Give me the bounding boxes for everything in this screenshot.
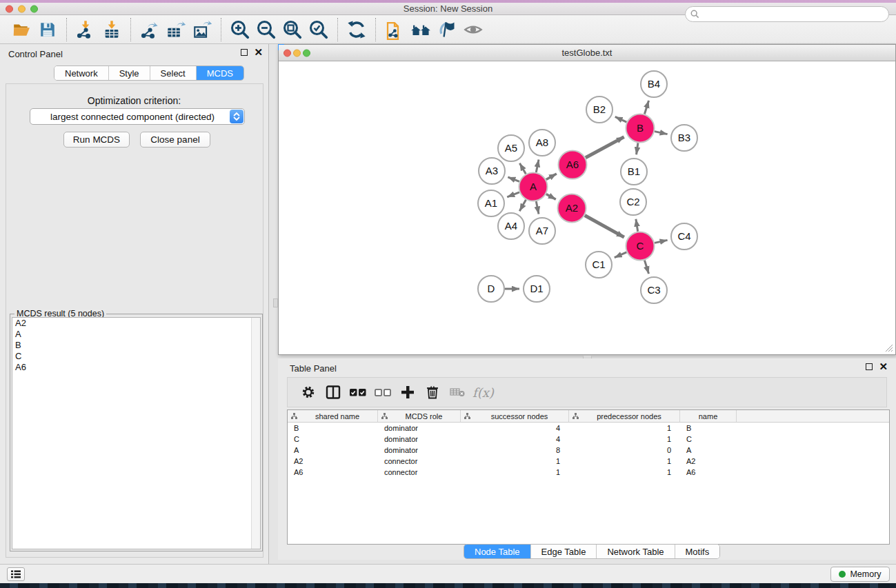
graph-node-A2[interactable]: A2 [558, 194, 586, 223]
graph-node-A4[interactable]: A4 [498, 213, 524, 239]
network-minimize-button[interactable] [293, 49, 301, 57]
graph-edge-A-A8[interactable] [536, 159, 539, 172]
graph-edge-A6-B[interactable] [586, 137, 624, 158]
save-session-icon[interactable] [34, 17, 61, 42]
close-panel-icon[interactable]: ✕ [254, 49, 263, 56]
node-table[interactable]: shared nameMCDS rolesuccessor nodesprede… [287, 409, 890, 545]
column-header[interactable]: successor nodes [461, 410, 569, 422]
delete-table-icon[interactable] [445, 380, 470, 405]
graph-edge-B-B3[interactable] [655, 132, 668, 134]
tab-motifs[interactable]: Motifs [675, 545, 720, 558]
graph-node-A7[interactable]: A7 [529, 218, 555, 244]
graph-edge-A-A3[interactable] [508, 177, 519, 181]
select-all-icon[interactable] [346, 380, 370, 405]
graph-node-B1[interactable]: B1 [621, 159, 647, 185]
close-table-panel-icon[interactable]: ✕ [879, 363, 888, 370]
graph-node-A1[interactable]: A1 [478, 190, 504, 216]
float-table-panel-icon[interactable] [866, 363, 873, 370]
delete-column-icon[interactable] [420, 380, 445, 405]
mcds-result-item[interactable]: C [12, 351, 260, 362]
graph-node-C4[interactable]: C4 [671, 223, 697, 250]
column-header[interactable]: MCDS role [378, 410, 461, 422]
graph-edge-A2-C[interactable] [585, 215, 624, 237]
column-header[interactable]: shared name [288, 410, 378, 422]
deselect-all-icon[interactable] [370, 380, 395, 405]
graph-node-B3[interactable]: B3 [671, 125, 697, 151]
table-row[interactable]: A2connector11A2 [288, 456, 889, 467]
table-row[interactable]: Bdominator41B [288, 423, 889, 434]
columns-icon[interactable] [321, 380, 346, 405]
export-table-icon[interactable] [163, 17, 189, 42]
graph-node-C2[interactable]: C2 [620, 189, 646, 215]
graph-node-A[interactable]: A [519, 173, 548, 201]
graph-edge-C-C2[interactable] [636, 219, 638, 232]
graph-edge-C-C1[interactable] [615, 252, 627, 258]
column-header[interactable]: name [680, 410, 737, 422]
settings-gear-icon[interactable] [296, 380, 321, 405]
mcds-result-item[interactable]: A2 [12, 318, 260, 329]
graph-node-B[interactable]: B [626, 114, 655, 143]
hide-selected-icon[interactable] [434, 17, 460, 42]
network-maximize-button[interactable] [303, 49, 310, 57]
tab-edge-table[interactable]: Edge Table [531, 545, 597, 558]
graph-edge-A-A5[interactable] [519, 163, 526, 174]
graph-node-C1[interactable]: C1 [586, 252, 612, 278]
network-close-button[interactable] [283, 49, 291, 57]
graph-node-A6[interactable]: A6 [559, 151, 587, 179]
tab-network[interactable]: Network [54, 66, 109, 80]
optimization-criterion-dropdown[interactable]: largest connected component (directed) [30, 108, 245, 125]
search-input[interactable] [703, 10, 888, 19]
graph-node-A8[interactable]: A8 [529, 130, 555, 156]
zoom-selected-icon[interactable] [306, 17, 332, 42]
graph-edge-A-A2[interactable] [546, 194, 556, 199]
column-header[interactable]: predecessor nodes [569, 410, 680, 422]
graph-node-D[interactable]: D [478, 276, 504, 302]
graph-node-B4[interactable]: B4 [641, 71, 667, 97]
tab-style[interactable]: Style [109, 66, 150, 80]
table-row[interactable]: A6connector11A6 [288, 467, 889, 478]
network-canvas[interactable]: B4B2BB3A8A5A6A3B1AC2A1A2A4A7C4CC1DD1C3 [279, 62, 895, 354]
import-network-icon[interactable] [72, 17, 99, 42]
graph-edge-B-B4[interactable] [644, 101, 648, 114]
tab-node-table[interactable]: Node Table [464, 545, 531, 558]
graph-node-D1[interactable]: D1 [524, 276, 550, 302]
network-view-window[interactable]: testGlobe.txt B4B2BB3A8A5A6A3B1AC2A1A2A4… [278, 44, 896, 355]
graph-edge-A-A4[interactable] [519, 200, 526, 211]
close-window-button[interactable] [6, 5, 13, 12]
graph-node-A5[interactable]: A5 [498, 135, 524, 161]
mcds-result-scrollbar[interactable] [251, 318, 260, 549]
export-image-icon[interactable] [189, 17, 215, 42]
table-row[interactable]: Cdominator41C [288, 434, 889, 445]
import-table-icon[interactable] [99, 17, 125, 42]
mcds-result-item[interactable]: B [12, 340, 260, 351]
network-graph[interactable]: B4B2BB3A8A5A6A3B1AC2A1A2A4A7C4CC1DD1C3 [279, 62, 896, 355]
graph-node-A3[interactable]: A3 [479, 158, 505, 184]
export-network-icon[interactable] [137, 17, 163, 42]
function-builder-icon[interactable]: f(x) [472, 385, 494, 400]
zoom-in-icon[interactable] [227, 17, 253, 42]
show-all-icon[interactable] [460, 17, 486, 42]
graph-edge-B-B2[interactable] [615, 116, 627, 122]
maximize-window-button[interactable] [30, 5, 38, 12]
panel-divider-handle[interactable] [273, 298, 278, 307]
first-neighbors-icon[interactable] [408, 17, 434, 42]
resize-grip-icon[interactable] [884, 343, 893, 352]
graph-edge-B-B1[interactable] [637, 143, 638, 154]
zoom-out-icon[interactable] [253, 17, 279, 42]
memory-button[interactable]: Memory [830, 567, 890, 582]
network-window-titlebar[interactable]: testGlobe.txt [279, 45, 895, 61]
task-history-button[interactable] [7, 567, 25, 581]
tab-mcds[interactable]: MCDS [197, 66, 243, 80]
open-session-icon[interactable] [8, 17, 34, 42]
network-from-selection-icon[interactable] [381, 17, 408, 42]
run-mcds-button[interactable]: Run MCDS [63, 132, 130, 148]
table-row[interactable]: Adominator80A [288, 445, 889, 456]
refresh-icon[interactable] [344, 17, 370, 42]
zoom-fit-icon[interactable] [279, 17, 306, 42]
graph-node-C3[interactable]: C3 [641, 277, 667, 303]
graph-node-B2[interactable]: B2 [586, 97, 613, 123]
minimize-window-button[interactable] [18, 5, 26, 12]
close-panel-button[interactable]: Close panel [140, 132, 210, 148]
mcds-result-item[interactable]: A [12, 329, 260, 340]
graph-node-C[interactable]: C [626, 232, 655, 261]
